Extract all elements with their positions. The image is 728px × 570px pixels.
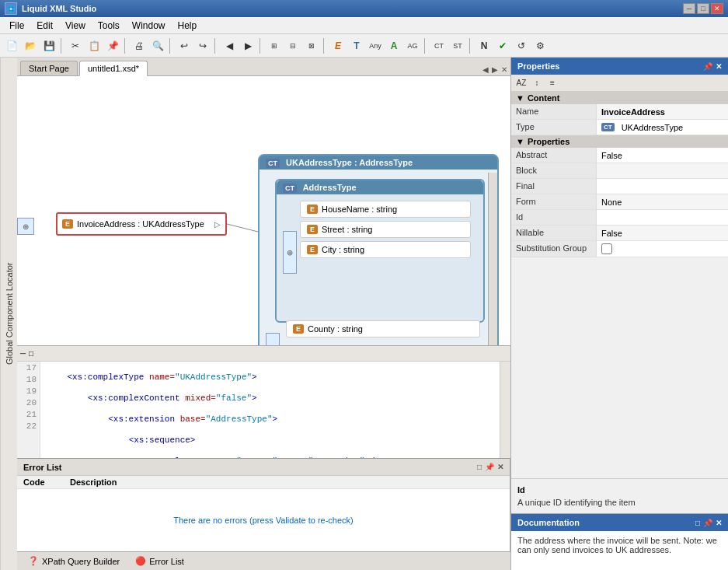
menu-tools[interactable]: Tools bbox=[92, 19, 126, 33]
open-button[interactable]: 📂 bbox=[22, 37, 39, 54]
error-panel: Error List □ 📌 ✕ Code Description There … bbox=[17, 459, 510, 551]
error-list-label: Error List bbox=[149, 557, 184, 566]
new-button[interactable]: 📄 bbox=[3, 37, 20, 54]
undo-button[interactable]: ↩ bbox=[176, 37, 193, 54]
sidebar-label: Global Component Locator bbox=[5, 263, 14, 365]
center-area: Start Page untitled1.xsd* ◀ ▶ ✕ E Invoic… bbox=[17, 58, 510, 570]
prop-value-block bbox=[597, 163, 728, 178]
city-element-row[interactable]: E City : string bbox=[300, 241, 471, 258]
props-sort-icon[interactable]: ↕ bbox=[530, 76, 544, 90]
schema-btn2[interactable]: ⊟ bbox=[284, 37, 301, 54]
line-num-20: 20 bbox=[17, 398, 37, 410]
main-layout: Global Component Locator Start Page unti… bbox=[0, 58, 728, 570]
t-btn[interactable]: T bbox=[348, 37, 365, 54]
any-btn[interactable]: Any bbox=[367, 37, 384, 54]
redo-button[interactable]: ↪ bbox=[194, 37, 211, 54]
copy-button[interactable]: 📋 bbox=[85, 37, 103, 54]
props-close-icon[interactable]: ✕ bbox=[716, 62, 722, 71]
prop-row-block: Block bbox=[511, 163, 728, 179]
e-btn[interactable]: E bbox=[329, 37, 347, 54]
prop-row-form: Form None bbox=[511, 194, 728, 210]
error-table-header: Code Description bbox=[17, 476, 510, 489]
panel-restore-icon[interactable]: □ bbox=[477, 463, 482, 471]
tab-close-icon[interactable]: ✕ bbox=[501, 65, 507, 74]
refresh-btn[interactable]: ↺ bbox=[513, 37, 530, 54]
tab-prev-icon[interactable]: ◀ bbox=[482, 65, 489, 74]
paste-button[interactable]: 📌 bbox=[104, 37, 121, 54]
close-button[interactable]: ✕ bbox=[711, 3, 723, 14]
housename-element-row[interactable]: E HouseName : string bbox=[300, 201, 471, 218]
diagram-scrollbar[interactable] bbox=[488, 173, 497, 345]
tab-error-list[interactable]: 🔴 Error List bbox=[127, 554, 192, 568]
editor-scrollbar[interactable] bbox=[500, 362, 510, 458]
content-section-header: ▼ Content bbox=[511, 92, 728, 104]
doc-pin-icon[interactable]: 📌 bbox=[703, 519, 712, 527]
invoice-address-expand-icon[interactable]: ▷ bbox=[214, 220, 221, 229]
editor-expand-icon[interactable]: □ bbox=[29, 349, 33, 358]
address-type-label: AddressType bbox=[303, 183, 357, 192]
menu-view[interactable]: View bbox=[59, 19, 92, 33]
tab-xpath-query-builder[interactable]: ❓ XPath Query Builder bbox=[20, 554, 127, 568]
ag-btn[interactable]: AG bbox=[404, 37, 421, 54]
cut-button[interactable]: ✂ bbox=[67, 37, 84, 54]
menubar: File Edit View Tools Window Help bbox=[0, 17, 728, 34]
subgroup-checkbox[interactable] bbox=[601, 243, 612, 254]
collapse-icon[interactable]: ─ bbox=[20, 349, 26, 358]
schema-diagram: E InvoiceAddress : UKAddressType ▷ ⊕ bbox=[17, 76, 510, 345]
maximize-button[interactable]: □ bbox=[697, 3, 709, 14]
menu-window[interactable]: Window bbox=[126, 19, 172, 33]
panel-pin-icon[interactable]: 📌 bbox=[485, 463, 494, 471]
menu-file[interactable]: File bbox=[3, 19, 30, 33]
prop-name-id: Id bbox=[511, 210, 597, 225]
doc-title: Documentation bbox=[517, 518, 580, 527]
schema-btn1[interactable]: ⊞ bbox=[266, 37, 283, 54]
code-line-19: <xs:extension base="AddressType"> bbox=[47, 414, 493, 426]
invoice-address-label: InvoiceAddress : UKAddressType bbox=[77, 219, 204, 229]
properties-collapse-icon[interactable]: ▼ bbox=[516, 137, 524, 146]
tab-start-page[interactable]: Start Page bbox=[20, 61, 78, 75]
type-value-text: UKAddressType bbox=[622, 123, 683, 132]
nav-fwd-button[interactable]: ▶ bbox=[239, 37, 256, 54]
nav-back-button[interactable]: ◀ bbox=[221, 37, 238, 54]
n-btn[interactable]: N bbox=[475, 37, 493, 54]
ct-btn[interactable]: CT bbox=[430, 37, 448, 54]
county-element-row[interactable]: E County : string bbox=[286, 320, 480, 337]
props-filter-btn[interactable]: ≡ bbox=[545, 76, 559, 90]
xpath-label: XPath Query Builder bbox=[42, 557, 120, 566]
save-button[interactable]: 💾 bbox=[40, 37, 57, 54]
content-collapse-icon[interactable]: ▼ bbox=[516, 93, 524, 103]
schema-btn3[interactable]: ⊠ bbox=[303, 37, 320, 54]
search-button[interactable]: 🔍 bbox=[149, 37, 166, 54]
props-sort-az-btn[interactable]: AZ bbox=[514, 76, 528, 90]
id-info-label: Id bbox=[517, 485, 722, 495]
prop-row-abstract: Abstract False bbox=[511, 148, 728, 163]
props-pin-icon[interactable]: 📌 bbox=[703, 62, 712, 71]
menu-help[interactable]: Help bbox=[172, 19, 204, 33]
panel-close-icon[interactable]: ✕ bbox=[497, 463, 503, 471]
a-btn[interactable]: A bbox=[385, 37, 402, 54]
tab-next-icon[interactable]: ▶ bbox=[492, 65, 498, 74]
code-content[interactable]: <xs:complexType name="UKAddressType"> <x… bbox=[40, 362, 500, 458]
print-button[interactable]: 🖨 bbox=[131, 37, 148, 54]
street-element-row[interactable]: E Street : string bbox=[300, 221, 471, 238]
prop-value-subgroup bbox=[597, 241, 728, 257]
doc-content: The address where the invoice will be se… bbox=[511, 531, 728, 570]
sequence-connector-icon: ⊕ bbox=[17, 218, 34, 235]
properties-section-label: Properties bbox=[528, 137, 570, 146]
prop-value-id bbox=[597, 210, 728, 225]
doc-close-icon[interactable]: ✕ bbox=[716, 519, 722, 527]
tab-untitled[interactable]: untitled1.xsd* bbox=[79, 61, 148, 76]
menu-edit[interactable]: Edit bbox=[30, 19, 59, 33]
doc-restore-icon[interactable]: □ bbox=[695, 519, 700, 527]
documentation-section: Documentation □ 📌 ✕ The address where th… bbox=[511, 513, 728, 570]
check-btn[interactable]: ✔ bbox=[494, 37, 511, 54]
invoice-address-element[interactable]: E InvoiceAddress : UKAddressType ▷ bbox=[56, 212, 227, 236]
panel-controls: □ 📌 ✕ bbox=[477, 463, 503, 471]
extra-btn[interactable]: ⚙ bbox=[531, 37, 549, 54]
tab-controls: ◀ ▶ ✕ bbox=[482, 65, 507, 75]
doc-header-controls: □ 📌 ✕ bbox=[695, 519, 722, 527]
props-content: ▼ Content Name InvoiceAddress Type CT UK… bbox=[511, 92, 728, 478]
prop-row-final: Final bbox=[511, 179, 728, 194]
minimize-button[interactable]: ─ bbox=[683, 3, 695, 14]
st-btn[interactable]: ST bbox=[449, 37, 466, 54]
